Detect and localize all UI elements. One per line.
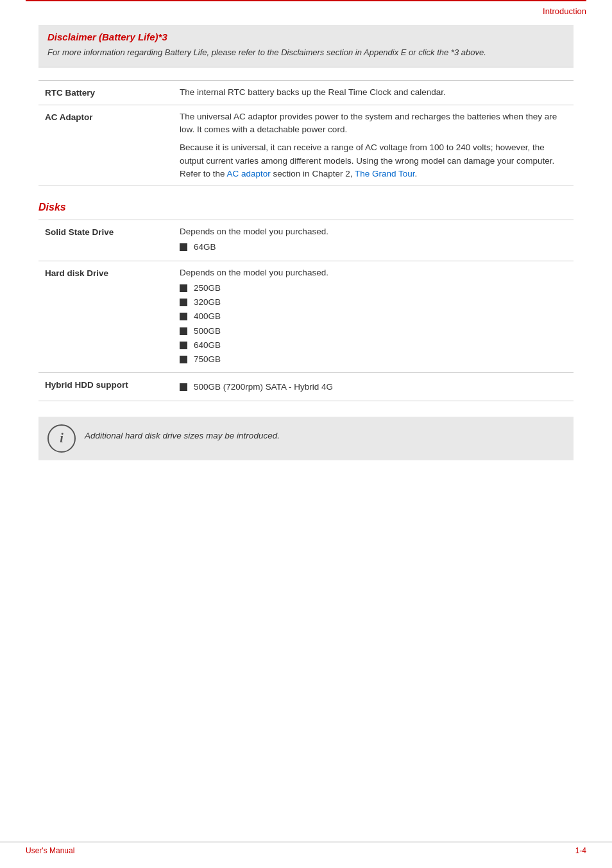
- hdd-label: Hard disk Drive: [38, 261, 167, 373]
- bullet-icon: [180, 284, 187, 292]
- ac-adaptor-label: AC Adaptor: [38, 105, 167, 186]
- ac-adaptor-text2: Because it is universal, it can receive …: [180, 141, 567, 180]
- hdd-options-list: 250GB 320GB 400GB 500GB 640GB 750GB: [180, 282, 567, 367]
- list-item: 500GB: [180, 325, 567, 338]
- info-icon: i: [47, 424, 76, 453]
- bullet-icon: [180, 342, 187, 349]
- grand-tour-link[interactable]: The Grand Tour: [355, 169, 415, 178]
- hdd-option-6: 750GB: [194, 353, 221, 366]
- ssd-value: Depends on the model you purchased. 64GB: [167, 220, 574, 261]
- hybrid-hdd-option: 500GB (7200rpm) SATA - Hybrid 4G: [194, 381, 333, 394]
- ac-adaptor-text1: The universal AC adaptor provides power …: [180, 110, 567, 137]
- note-text: Additional hard disk drive sizes may be …: [85, 424, 280, 440]
- disclaimer-box: Disclaimer (Battery Life)*3 For more inf…: [38, 25, 574, 67]
- header: Introduction: [0, 1, 612, 19]
- hdd-option-2: 320GB: [194, 296, 221, 309]
- main-content: Disclaimer (Battery Life)*3 For more inf…: [0, 19, 612, 486]
- bullet-icon: [180, 327, 187, 335]
- ac-adaptor-middle: section in Chapter 2,: [271, 169, 355, 178]
- footer-right: 1-4: [575, 846, 586, 855]
- list-item: 64GB: [180, 241, 567, 254]
- table-row: Solid State Drive Depends on the model y…: [38, 220, 574, 261]
- header-title: Introduction: [543, 6, 586, 16]
- disks-heading: Disks: [38, 202, 574, 213]
- ac-adaptor-value: The universal AC adaptor provides power …: [167, 105, 574, 186]
- list-item: 400GB: [180, 310, 567, 323]
- disks-table: Solid State Drive Depends on the model y…: [38, 220, 574, 401]
- hdd-option-3: 400GB: [194, 310, 221, 323]
- bullet-icon: [180, 313, 187, 320]
- rtc-battery-value: The internal RTC battery backs up the Re…: [167, 80, 574, 105]
- bullet-icon: [180, 243, 187, 251]
- list-item: 320GB: [180, 296, 567, 309]
- hybrid-hdd-label: Hybrid HDD support: [38, 373, 167, 401]
- bullet-icon: [180, 383, 187, 391]
- hdd-option-1: 250GB: [194, 282, 221, 295]
- page-container: Introduction Disclaimer (Battery Life)*3…: [0, 0, 612, 868]
- hdd-option-4: 500GB: [194, 325, 221, 338]
- hdd-option-5: 640GB: [194, 339, 221, 352]
- hdd-desc: Depends on the model you purchased.: [180, 266, 567, 279]
- table-row: Hybrid HDD support 500GB (7200rpm) SATA …: [38, 373, 574, 401]
- bullet-icon: [180, 299, 187, 306]
- disclaimer-title: Disclaimer (Battery Life)*3: [47, 31, 565, 42]
- table-row: Hard disk Drive Depends on the model you…: [38, 261, 574, 373]
- table-row: RTC Battery The internal RTC battery bac…: [38, 80, 574, 105]
- note-box: i Additional hard disk drive sizes may b…: [38, 417, 574, 460]
- list-item: 750GB: [180, 353, 567, 366]
- hybrid-hdd-list: 500GB (7200rpm) SATA - Hybrid 4G: [180, 381, 567, 394]
- list-item: 500GB (7200rpm) SATA - Hybrid 4G: [180, 381, 567, 394]
- battery-adaptor-table: RTC Battery The internal RTC battery bac…: [38, 80, 574, 187]
- ssd-desc: Depends on the model you purchased.: [180, 225, 567, 238]
- list-item: 640GB: [180, 339, 567, 352]
- list-item: 250GB: [180, 282, 567, 295]
- rtc-battery-label: RTC Battery: [38, 80, 167, 105]
- footer-left: User's Manual: [26, 846, 74, 855]
- ac-adaptor-link[interactable]: AC adaptor: [227, 169, 271, 178]
- disclaimer-text: For more information regarding Battery L…: [47, 46, 565, 59]
- table-row: AC Adaptor The universal AC adaptor prov…: [38, 105, 574, 186]
- hdd-value: Depends on the model you purchased. 250G…: [167, 261, 574, 373]
- ac-adaptor-suffix: .: [414, 169, 417, 178]
- ssd-label: Solid State Drive: [38, 220, 167, 261]
- hybrid-hdd-value: 500GB (7200rpm) SATA - Hybrid 4G: [167, 373, 574, 401]
- footer: User's Manual 1-4: [0, 842, 612, 855]
- ssd-option-1: 64GB: [194, 241, 216, 254]
- bullet-icon: [180, 356, 187, 363]
- ssd-options-list: 64GB: [180, 241, 567, 254]
